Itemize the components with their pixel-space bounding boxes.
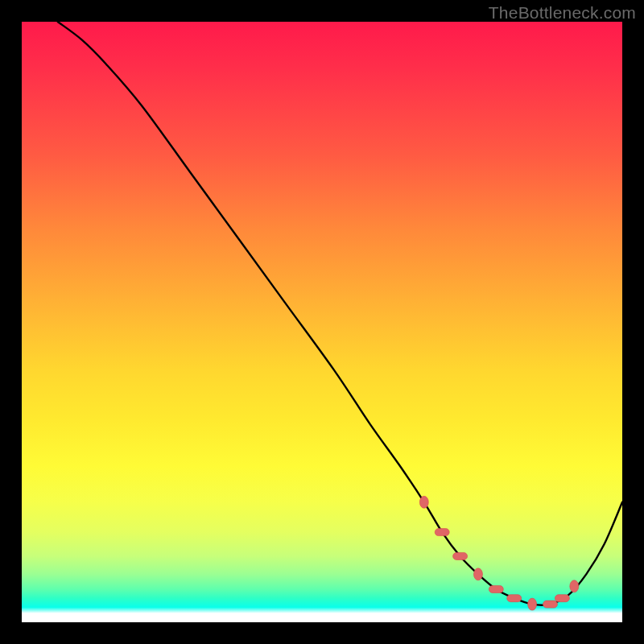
watermark-text: TheBottleneck.com	[489, 3, 636, 23]
valley-marker-dot	[473, 568, 482, 580]
valley-marker-dot	[419, 496, 428, 508]
chart-frame: TheBottleneck.com	[0, 0, 644, 644]
valley-marker-dash	[453, 552, 468, 559]
valley-marker-group	[419, 496, 579, 610]
bottleneck-curve-path	[58, 22, 622, 605]
valley-marker-dash	[507, 595, 522, 602]
valley-marker-dash	[555, 595, 569, 602]
gradient-plot-area	[22, 22, 622, 622]
valley-marker-dash	[435, 529, 449, 536]
valley-marker-dash	[489, 585, 503, 592]
valley-marker-dot	[528, 598, 537, 610]
valley-marker-dash	[543, 601, 557, 608]
bottleneck-curve-svg	[22, 22, 622, 622]
valley-marker-dot	[570, 580, 579, 592]
